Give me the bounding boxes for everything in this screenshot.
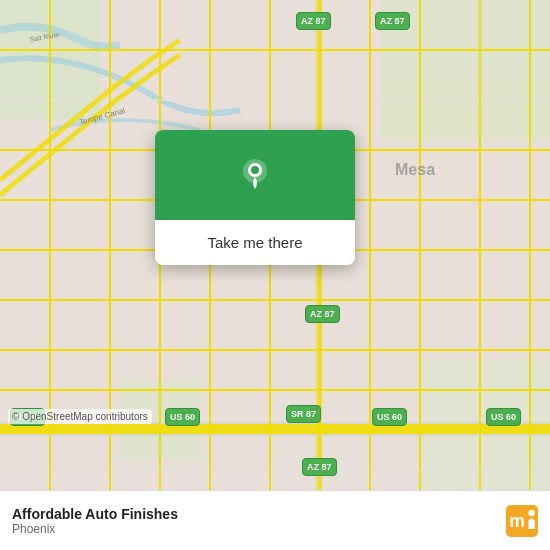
road-badge-az87-mid: AZ 87 <box>305 305 340 323</box>
take-me-there-button[interactable]: Take me there <box>191 230 318 255</box>
popup-footer[interactable]: Take me there <box>155 220 355 265</box>
location-popup: Take me there <box>155 130 355 265</box>
business-name: Affordable Auto Finishes <box>12 506 178 522</box>
location-pin-icon <box>237 157 273 193</box>
svg-rect-6 <box>0 424 550 434</box>
moovit-logo: m <box>506 505 538 537</box>
road-badge-az87-top2: AZ 87 <box>375 12 410 30</box>
svg-text:m: m <box>509 511 525 531</box>
popup-header <box>155 130 355 220</box>
road-badge-us60-2: US 60 <box>165 408 200 426</box>
road-badge-az87-top: AZ 87 <box>296 12 331 30</box>
bottom-bar: Affordable Auto Finishes Phoenix m <box>0 490 550 550</box>
business-location: Phoenix <box>12 522 178 536</box>
bottom-bar-info: Affordable Auto Finishes Phoenix <box>12 506 178 536</box>
map-attribution: © OpenStreetMap contributors <box>8 409 152 424</box>
svg-point-39 <box>528 509 534 515</box>
road-badge-us60-4: US 60 <box>486 408 521 426</box>
svg-point-36 <box>251 166 259 174</box>
moovit-icon: m <box>506 505 538 537</box>
road-badge-us60-3: US 60 <box>372 408 407 426</box>
svg-rect-8 <box>0 434 550 436</box>
svg-rect-3 <box>380 80 550 140</box>
svg-text:Mesa: Mesa <box>395 161 435 178</box>
map-container: Mesa Tempe Canal Salt River AZ 87 AZ 87 … <box>0 0 550 490</box>
road-badge-sr87: SR 87 <box>286 405 321 423</box>
road-badge-az87-bottom: AZ 87 <box>302 458 337 476</box>
